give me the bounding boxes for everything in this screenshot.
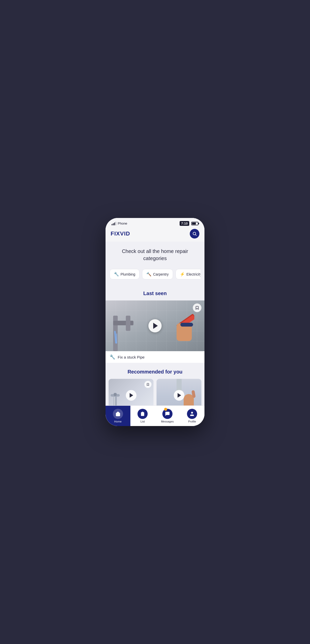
rec-play-btn-1[interactable]: [126, 390, 136, 401]
bottom-nav: Home List Messages: [106, 405, 204, 426]
category-chip-plumbing[interactable]: 🔧 Plumbing: [110, 269, 140, 279]
categories-section: 🔧 Plumbing 🔨 Carpentry ⚡ Electricity 🖌️ …: [106, 266, 204, 285]
status-left: Phone: [112, 222, 127, 225]
home-icon: [115, 411, 121, 417]
signal-bar-3: [114, 223, 115, 225]
svg-rect-2: [142, 412, 144, 413]
rec-bookmark-icon-1: [146, 383, 149, 386]
list-nav-label: List: [141, 420, 145, 423]
category-label-carpentry: Carpentry: [153, 272, 168, 276]
electricity-icon: ⚡: [180, 272, 185, 277]
svg-point-5: [191, 412, 193, 414]
carrier-label: Phone: [118, 222, 127, 225]
home-icon-circle: [113, 409, 123, 419]
profile-nav-label: Profile: [188, 420, 196, 423]
categories-scroll[interactable]: 🔧 Plumbing 🔨 Carpentry ⚡ Electricity 🖌️ …: [110, 269, 200, 280]
rec-bookmark-1[interactable]: [144, 381, 151, 388]
messages-nav-label: Messages: [161, 420, 174, 423]
rec-play-btn-2[interactable]: [174, 390, 184, 401]
recommended-section: Recommended for you: [106, 363, 204, 405]
nav-item-list[interactable]: List: [130, 406, 155, 426]
messages-icon-circle: [162, 409, 173, 419]
search-button[interactable]: [190, 229, 199, 239]
video-title: Fix a stuck Pipe: [118, 355, 145, 359]
signal-bar-4: [115, 222, 116, 225]
list-icon-circle: [137, 409, 148, 419]
battery-fill: [192, 223, 196, 225]
bookmark-icon: [195, 306, 199, 310]
video-card-footer: 🔧 Fix a stuck Pipe: [106, 351, 204, 363]
rec-play-icon-2: [178, 393, 181, 398]
play-button-large[interactable]: [148, 319, 162, 332]
last-seen-section: Last seen: [106, 285, 204, 363]
notification-dot: [164, 408, 167, 411]
home-nav-label: Home: [114, 420, 122, 423]
last-seen-title: Last seen: [106, 291, 204, 296]
svg-line-1: [195, 234, 196, 235]
svg-point-0: [193, 232, 196, 235]
messages-icon: [165, 411, 170, 417]
hero-section: Check out all the home repair categories: [106, 242, 204, 266]
signal-bars: [112, 222, 116, 225]
video-category-icon: 🔧: [110, 354, 115, 360]
signal-bar-1: [112, 224, 112, 225]
hero-title: Check out all the home repair categories: [111, 248, 199, 262]
rec-thumbnail-1: [109, 379, 153, 405]
nav-item-home[interactable]: Home: [106, 406, 130, 426]
search-icon: [192, 231, 197, 236]
battery-icon: [191, 222, 198, 225]
nav-item-messages[interactable]: Messages: [155, 406, 180, 426]
category-chip-carpentry[interactable]: 🔨 Carpentry: [142, 269, 173, 279]
rec-play-icon-1: [130, 393, 133, 398]
last-seen-thumbnail: [106, 300, 204, 351]
plumbing-icon: 🔧: [114, 272, 119, 277]
category-label-electricity: Electricity: [186, 272, 200, 276]
play-icon: [153, 323, 158, 329]
content-scroll[interactable]: Check out all the home repair categories…: [106, 242, 204, 405]
signal-bar-2: [113, 223, 114, 225]
status-time: 7:10: [180, 221, 189, 226]
rec-card-1[interactable]: [109, 379, 153, 405]
status-right: 7:10: [180, 221, 198, 226]
recommended-grid: [106, 379, 204, 405]
recommended-title: Recommended for you: [106, 369, 204, 375]
app-header: FIXVID: [106, 227, 204, 242]
bookmark-button[interactable]: [193, 303, 201, 312]
profile-icon-circle: [187, 409, 197, 419]
carpentry-icon: 🔨: [146, 272, 151, 277]
category-label-plumbing: Plumbing: [120, 272, 135, 276]
app-logo: FIXVID: [111, 230, 130, 237]
rec-card-2[interactable]: [157, 379, 201, 405]
nav-item-profile[interactable]: Profile: [180, 406, 205, 426]
phone-shell: Phone 7:10 FIXVID Check out all the home…: [106, 218, 204, 426]
profile-icon: [189, 411, 195, 417]
list-icon: [140, 411, 145, 417]
rec-thumbnail-2: [157, 379, 201, 405]
last-seen-video-card[interactable]: 🔧 Fix a stuck Pipe: [106, 300, 204, 363]
category-chip-electricity[interactable]: ⚡ Electricity: [176, 269, 200, 279]
status-bar: Phone 7:10: [106, 218, 204, 227]
